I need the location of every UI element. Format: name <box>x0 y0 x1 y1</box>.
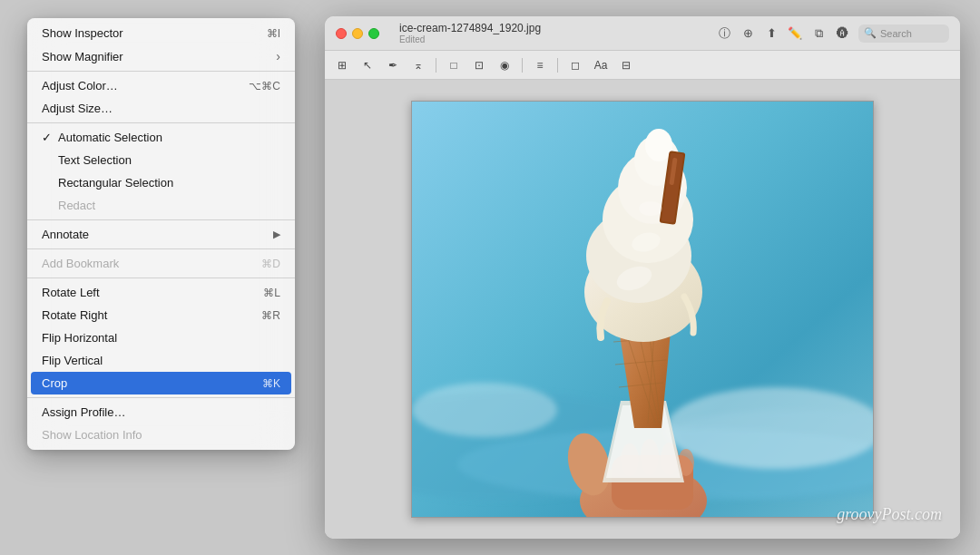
toolbar-shape-btn[interactable]: □ <box>444 55 464 75</box>
file-title: ice-cream-1274894_1920.jpg <box>399 22 541 34</box>
checkmark-automatic: ✓ <box>42 131 56 144</box>
toolbar-pen-btn[interactable]: ✒ <box>383 55 403 75</box>
shortcut-show-magnifier: › <box>276 49 280 63</box>
menu-item-rotate-left[interactable]: Rotate Left ⌘L <box>27 281 295 304</box>
shortcut-rotate-right: ⌘R <box>261 309 280 322</box>
sep-3 <box>27 219 295 220</box>
toolbar-sep-2 <box>522 58 523 73</box>
traffic-lights <box>336 28 379 39</box>
menu-item-show-magnifier[interactable]: Show Magnifier › <box>27 44 295 68</box>
shortcut-add-bookmark: ⌘D <box>261 258 280 270</box>
menu-item-rotate-right[interactable]: Rotate Right ⌘R <box>27 304 295 326</box>
share-icon[interactable]: ⬆ <box>764 26 779 41</box>
arrow-annotate: ▶ <box>273 229 280 240</box>
sep-1 <box>27 71 295 72</box>
toolbar-table-btn[interactable]: ⊡ <box>469 55 489 75</box>
toolbar-caption-btn[interactable]: ⊟ <box>616 55 636 75</box>
maximize-button[interactable] <box>368 28 379 39</box>
photo-svg <box>412 102 874 518</box>
canvas-area: groovyPost.com <box>325 80 960 539</box>
toolbar-sep-3 <box>557 58 558 73</box>
search-box[interactable]: 🔍 Search <box>858 24 949 43</box>
menu-item-adjust-color[interactable]: Adjust Color… ⌥⌘C <box>27 74 295 97</box>
toolbar-align-btn[interactable]: ≡ <box>530 55 550 75</box>
toolbar-color-btn[interactable]: ◉ <box>495 55 514 75</box>
app-window: ice-cream-1274894_1920.jpg Edited ⓘ ⊕ ⬆ … <box>325 16 960 539</box>
sep-2 <box>27 122 295 123</box>
file-subtitle: Edited <box>399 34 541 44</box>
menu-item-crop[interactable]: Crop ⌘K <box>31 372 291 394</box>
sep-5 <box>27 278 295 278</box>
toolbar-cursor-btn[interactable]: ↖ <box>358 55 377 75</box>
photo-container <box>411 101 874 518</box>
close-button[interactable] <box>336 28 347 39</box>
menu-item-show-location-info: Show Location Info <box>27 424 295 446</box>
svg-point-35 <box>639 201 662 216</box>
zoom-icon[interactable]: ⊕ <box>740 26 755 41</box>
shortcut-show-inspector: ⌘I <box>267 27 280 40</box>
menu-item-show-inspector[interactable]: Show Inspector ⌘I <box>27 22 295 44</box>
markup-icon[interactable]: ✏️ <box>788 26 802 41</box>
toolbar-border-btn[interactable]: ◻ <box>565 55 585 75</box>
toolbar-grid-btn[interactable]: ⊞ <box>332 55 352 75</box>
info-icon[interactable]: ⓘ <box>717 26 731 41</box>
menu-item-add-bookmark: Add Bookmark ⌘D <box>27 252 295 275</box>
menu-item-annotate[interactable]: Annotate ▶ <box>27 223 295 246</box>
svg-point-29 <box>645 129 672 161</box>
menu-item-text-selection[interactable]: Text Selection <box>27 149 295 171</box>
shortcut-crop: ⌘K <box>262 377 280 390</box>
menu-item-redact: Redact <box>27 194 295 217</box>
svg-point-5 <box>412 383 557 437</box>
toolbar-markup-btn[interactable]: ⌅ <box>408 55 428 75</box>
titlebar-center: ice-cream-1274894_1920.jpg Edited <box>394 22 710 44</box>
menu-item-assign-profile[interactable]: Assign Profile… <box>27 401 295 424</box>
menu-item-rectangular-selection[interactable]: Rectangular Selection <box>27 171 295 194</box>
search-placeholder: Search <box>880 28 912 39</box>
shortcut-adjust-color: ⌥⌘C <box>249 80 280 92</box>
search-icon: 🔍 <box>864 27 877 39</box>
shortcut-rotate-left: ⌘L <box>263 287 280 299</box>
menu-item-adjust-size[interactable]: Adjust Size… <box>27 97 295 120</box>
duplicate-icon[interactable]: ⧉ <box>811 26 826 41</box>
sep-4 <box>27 248 295 249</box>
profile-icon[interactable]: 🅐 <box>835 26 849 41</box>
context-menu: Show Inspector ⌘I Show Magnifier › Adjus… <box>27 18 295 450</box>
sep-6 <box>27 397 295 398</box>
menu-item-flip-horizontal[interactable]: Flip Horizontal <box>27 326 295 349</box>
menu-item-automatic-selection[interactable]: ✓ Automatic Selection <box>27 126 295 149</box>
toolbar-sep-1 <box>436 58 436 73</box>
titlebar: ice-cream-1274894_1920.jpg Edited ⓘ ⊕ ⬆ … <box>325 16 960 51</box>
svg-point-4 <box>666 387 874 469</box>
toolbar-text-btn[interactable]: Aa <box>591 55 611 75</box>
menu-item-flip-vertical[interactable]: Flip Vertical <box>27 349 295 372</box>
toolbar: ⊞ ↖ ✒ ⌅ □ ⊡ ◉ ≡ ◻ Aa ⊟ <box>325 51 960 80</box>
minimize-button[interactable] <box>352 28 363 39</box>
titlebar-icons: ⓘ ⊕ ⬆ ✏️ ⧉ 🅐 🔍 Search <box>717 24 949 43</box>
